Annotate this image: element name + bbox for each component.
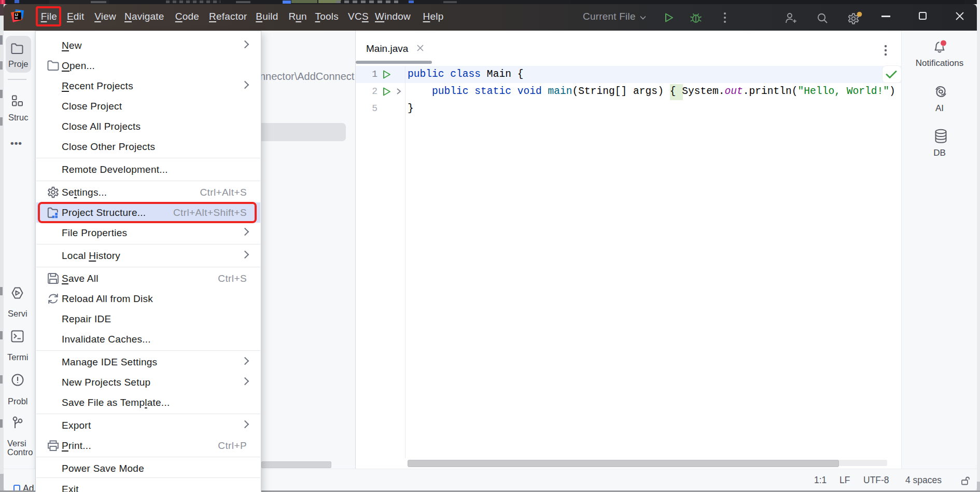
svg-text:IJ: IJ [15, 12, 18, 17]
